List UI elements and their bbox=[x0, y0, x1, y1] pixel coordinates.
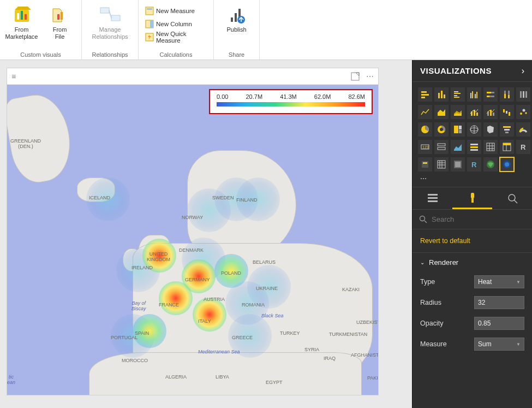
svg-rect-75 bbox=[487, 143, 494, 151]
svg-rect-84 bbox=[422, 161, 428, 168]
viz-map-icon[interactable] bbox=[467, 122, 481, 137]
prop-opacity-input[interactable] bbox=[474, 317, 524, 330]
new-column-label: New Column bbox=[156, 21, 192, 27]
viz-ribbon-icon[interactable] bbox=[516, 87, 530, 102]
prop-radius-value[interactable] bbox=[478, 299, 511, 306]
viz-clustered-column-icon[interactable] bbox=[467, 87, 481, 102]
viz-treemap-icon[interactable] bbox=[451, 122, 465, 137]
svg-point-104 bbox=[420, 216, 425, 221]
viz-scatter-icon[interactable] bbox=[516, 105, 530, 119]
viz-custom3-icon[interactable]: R bbox=[467, 157, 481, 172]
new-measure-label: New Measure bbox=[156, 8, 195, 14]
viz-pie-icon[interactable] bbox=[418, 122, 432, 137]
svg-rect-42 bbox=[523, 91, 524, 98]
viz-heatmap-icon[interactable] bbox=[500, 157, 514, 172]
svg-rect-73 bbox=[470, 146, 478, 148]
new-column-button[interactable]: New Column bbox=[142, 17, 209, 31]
viz-icon-grid: 123 R R bbox=[413, 82, 532, 175]
prop-opacity-value[interactable] bbox=[478, 320, 511, 327]
viz-100stacked-bar-icon[interactable] bbox=[483, 87, 498, 102]
svg-rect-31 bbox=[475, 94, 476, 98]
viz-waterfall-icon[interactable] bbox=[500, 105, 514, 119]
report-canvas[interactable]: ≡ ⋯ 0.00 20.7M 41.3M 62.0M 82.6M bbox=[0, 60, 412, 408]
svg-rect-27 bbox=[454, 95, 457, 96]
svg-rect-101 bbox=[471, 198, 474, 203]
viz-combo1-icon[interactable] bbox=[467, 105, 481, 119]
viz-100stacked-column-icon[interactable] bbox=[500, 87, 514, 102]
viz-python-icon[interactable] bbox=[418, 157, 432, 172]
viz-arcgis-icon[interactable] bbox=[483, 157, 498, 172]
viz-stacked-column-icon[interactable] bbox=[434, 87, 449, 102]
svg-rect-49 bbox=[493, 113, 494, 116]
new-quick-measure-label: New Quick Measure bbox=[156, 31, 206, 44]
viz-r-icon[interactable]: R bbox=[516, 140, 530, 154]
svg-rect-46 bbox=[476, 113, 478, 116]
viz-combo2-icon[interactable] bbox=[483, 105, 498, 119]
viz-table-icon[interactable] bbox=[483, 140, 498, 154]
viz-line-icon[interactable] bbox=[418, 105, 432, 119]
group-label-custom-visuals: Custom visuals bbox=[0, 50, 81, 60]
from-marketplace-label: From Marketplace bbox=[5, 26, 38, 40]
svg-rect-43 bbox=[525, 91, 527, 98]
section-renderer-label: Renderer bbox=[429, 258, 458, 267]
viz-card-icon[interactable]: 123 bbox=[418, 140, 432, 154]
viz-matrix-icon[interactable] bbox=[500, 140, 514, 154]
svg-rect-50 bbox=[503, 109, 505, 113]
svg-rect-14 bbox=[231, 17, 233, 22]
svg-rect-40 bbox=[508, 95, 510, 98]
viz-kpi-icon[interactable] bbox=[451, 140, 465, 154]
viz-area-icon[interactable] bbox=[434, 105, 449, 119]
ribbon-group-relationships: Manage Relationships Relationships bbox=[82, 0, 139, 60]
viz-search-input[interactable] bbox=[432, 215, 513, 223]
svg-rect-15 bbox=[235, 13, 237, 22]
viz-tab-fields[interactable] bbox=[413, 187, 452, 209]
visual-header: ≡ ⋯ bbox=[7, 68, 378, 85]
from-marketplace-button[interactable]: From Marketplace bbox=[3, 2, 41, 46]
focus-mode-icon[interactable] bbox=[351, 72, 360, 81]
viz-funnel-icon[interactable] bbox=[500, 122, 514, 137]
map-visual-frame[interactable]: ≡ ⋯ 0.00 20.7M 41.3M 62.0M 82.6M bbox=[7, 68, 379, 395]
viz-tabs bbox=[413, 187, 532, 210]
viz-donut-icon[interactable] bbox=[434, 122, 449, 137]
new-quick-measure-button[interactable]: New Quick Measure bbox=[142, 31, 209, 44]
viz-stacked-area-icon[interactable] bbox=[451, 105, 465, 119]
viz-custom1-icon[interactable] bbox=[434, 157, 449, 172]
svg-line-8 bbox=[109, 10, 111, 18]
svg-rect-4 bbox=[57, 14, 59, 20]
svg-rect-32 bbox=[476, 92, 477, 98]
drag-handle-icon[interactable]: ≡ bbox=[11, 72, 16, 81]
viz-tab-analytics[interactable] bbox=[492, 187, 532, 209]
file-icon bbox=[51, 4, 69, 25]
svg-rect-28 bbox=[454, 97, 459, 98]
more-options-icon[interactable]: ⋯ bbox=[366, 72, 374, 81]
revert-to-default-link[interactable]: Revert to default bbox=[413, 229, 532, 252]
svg-text:R: R bbox=[521, 143, 526, 151]
viz-more-icon[interactable]: ⋯ bbox=[413, 175, 532, 187]
prop-row-measure: Measure Sum▼ bbox=[420, 338, 524, 351]
svg-point-54 bbox=[523, 109, 525, 112]
svg-rect-61 bbox=[459, 130, 462, 133]
manage-relationships-button[interactable]: Manage Relationships bbox=[85, 2, 135, 46]
viz-multirow-icon[interactable] bbox=[434, 140, 449, 154]
section-header-renderer[interactable]: ⌄ Renderer bbox=[413, 252, 532, 272]
viz-clustered-bar-icon[interactable] bbox=[451, 87, 465, 102]
viz-custom2-icon[interactable] bbox=[451, 157, 465, 172]
from-file-button[interactable]: From File bbox=[41, 2, 79, 46]
measure-icon bbox=[145, 7, 154, 15]
viz-stacked-bar-icon[interactable] bbox=[418, 87, 432, 102]
publish-button[interactable]: Publish bbox=[220, 2, 253, 46]
svg-point-58 bbox=[440, 128, 443, 131]
viz-filled-map-icon[interactable] bbox=[483, 122, 498, 137]
viz-gauge-icon[interactable] bbox=[516, 122, 530, 137]
prop-type-dropdown[interactable]: Heat▼ bbox=[474, 275, 524, 288]
prop-measure-dropdown[interactable]: Sum▼ bbox=[474, 338, 524, 351]
map-surface[interactable]: GREENLAND (DEN.) ICELAND NORWAY SWEDEN F… bbox=[7, 85, 378, 395]
new-measure-button[interactable]: New Measure bbox=[142, 4, 209, 17]
viz-pane-header: VISUALIZATIONS › bbox=[413, 60, 532, 82]
prop-radius-input[interactable] bbox=[474, 296, 524, 309]
viz-tab-format[interactable] bbox=[452, 187, 492, 209]
viz-slicer-icon[interactable] bbox=[467, 140, 481, 154]
legend-tick: 82.6M bbox=[348, 93, 365, 100]
viz-search-box[interactable] bbox=[413, 210, 532, 229]
collapse-pane-icon[interactable]: › bbox=[522, 66, 524, 76]
